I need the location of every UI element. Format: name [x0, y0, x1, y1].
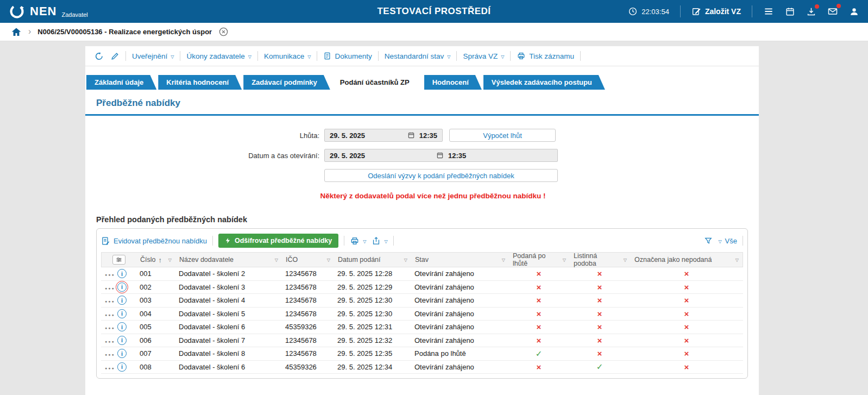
- filter-icon[interactable]: [704, 236, 713, 245]
- decrypt-bids-button[interactable]: Odšifrovat předběžné nabídky: [218, 234, 338, 248]
- table-row[interactable]: ●●● i 001 Dodavatel - školení 2 12345678…: [101, 267, 743, 281]
- row-menu-icon[interactable]: ●●●: [105, 326, 115, 330]
- nen-logo[interactable]: NEN Zadavatel: [9, 3, 88, 20]
- column-header-podana-po-lhute[interactable]: Podaná po lhůtě ▽: [509, 253, 570, 267]
- cell-oznacena-jako-nepodana: ×: [630, 349, 743, 358]
- breadcrumb-record[interactable]: N006/25/V00005136 - Realizace energetick…: [37, 28, 212, 36]
- edit-icon[interactable]: [110, 52, 119, 61]
- cell-cislo: 006: [136, 336, 175, 344]
- send-invitation-button[interactable]: Odeslání výzvy k podání předběžných nabí…: [324, 169, 558, 182]
- row-info-icon[interactable]: i: [117, 283, 127, 292]
- tab-hodnoceni[interactable]: Hodnocení: [424, 75, 482, 90]
- column-filter-icon[interactable]: ▽: [735, 258, 739, 262]
- opening-date-value[interactable]: 29. 5. 2025: [330, 152, 436, 160]
- create-vz-button[interactable]: Založit VZ: [691, 7, 741, 16]
- cell-cislo: 005: [136, 323, 175, 331]
- downloads-icon[interactable]: [806, 7, 816, 17]
- cell-ico: 12345678: [281, 283, 334, 291]
- toolbar-item-komunikace[interactable]: Komunikace ▽: [264, 52, 311, 60]
- close-record-icon[interactable]: [218, 27, 229, 37]
- column-filter-icon[interactable]: ▽: [563, 258, 566, 262]
- row-menu-icon[interactable]: ●●●: [105, 340, 115, 343]
- register-bid-button[interactable]: Evidovat předběžnou nabídku: [101, 236, 207, 246]
- cell-podana-po-lhute: ×: [508, 309, 569, 318]
- row-menu-icon[interactable]: ●●●: [105, 299, 115, 303]
- cell-listinna-podoba: ×: [569, 283, 630, 292]
- toolbar-item-sprava-vz[interactable]: Správa VZ ▽: [463, 52, 504, 60]
- toolbar-item-dokumenty[interactable]: Dokumenty: [323, 52, 372, 60]
- menu-icon[interactable]: [763, 6, 774, 17]
- print-grid-button[interactable]: ▽: [350, 236, 366, 246]
- tab-podani-ucastniku-zp[interactable]: Podání účastníků ZP: [332, 75, 423, 90]
- column-filter-icon[interactable]: ▽: [327, 258, 330, 262]
- row-info-icon[interactable]: i: [117, 362, 127, 372]
- cell-stav: Otevírání zahájeno: [411, 363, 508, 371]
- toolbar-separator: [510, 51, 511, 61]
- bids-grid: Evidovat předběžnou nabídku Odšifrovat p…: [96, 228, 748, 379]
- register-bid-label: Evidovat předběžnou nabídku: [114, 237, 207, 245]
- column-settings-icon[interactable]: [112, 255, 125, 265]
- column-header-stav[interactable]: Stav ▽: [411, 253, 509, 267]
- table-row[interactable]: ●●● i 004 Dodavatel - školení 5 12345678…: [101, 308, 743, 321]
- tab-zadavaci-podminky[interactable]: Zadávací podmínky: [243, 75, 330, 90]
- row-info-icon[interactable]: i: [117, 309, 127, 318]
- sort-ascending-icon[interactable]: ↑: [158, 256, 162, 264]
- export-grid-button[interactable]: ▽: [372, 236, 387, 246]
- column-header-ico[interactable]: IČO ▽: [282, 253, 334, 267]
- column-filter-icon[interactable]: ▽: [624, 258, 627, 262]
- row-menu-icon[interactable]: ●●●: [105, 366, 115, 370]
- table-header: Číslo ↑ ▽ Název dodavatele ▽ IČO ▽ Datum…: [101, 252, 743, 267]
- table-row[interactable]: ●●● i 003 Dodavatel - školení 4 12345678…: [101, 294, 743, 308]
- row-info-icon[interactable]: i: [117, 296, 127, 305]
- toolbar-item-ukony-zadavatele[interactable]: Úkony zadavatele ▽: [186, 52, 251, 60]
- toolbar-item-tisk-zaznamu[interactable]: Tisk záznamu: [517, 52, 574, 60]
- column-header-nazev-dodavatele[interactable]: Název dodavatele ▽: [175, 253, 282, 267]
- row-info-icon[interactable]: i: [117, 269, 127, 278]
- calendar-icon[interactable]: [407, 131, 415, 139]
- tab-vysledek-zadavaciho-postupu[interactable]: Výsledek zadávacího postupu: [483, 75, 605, 90]
- calendar-icon[interactable]: [436, 152, 444, 159]
- tab-kriteria-hodnoceni[interactable]: Kritéria hodnocení: [158, 75, 242, 90]
- cell-ico: 12345678: [281, 310, 334, 318]
- home-icon[interactable]: [11, 27, 22, 37]
- user-icon[interactable]: [849, 7, 859, 17]
- cell-cislo: 001: [136, 269, 175, 278]
- row-menu-icon[interactable]: ●●●: [105, 286, 115, 290]
- filter-scope-dropdown[interactable]: ▽ Vše: [718, 237, 737, 245]
- column-filter-icon[interactable]: ▽: [404, 258, 407, 262]
- row-menu-icon[interactable]: ●●●: [105, 273, 115, 277]
- column-header-oznacena-jako-nepodana[interactable]: Označena jako nepodaná ▽: [631, 253, 743, 267]
- row-menu-icon[interactable]: ●●●: [105, 313, 115, 317]
- create-vz-label: Založit VZ: [705, 7, 741, 16]
- toolbar-separator: [378, 51, 379, 61]
- deadline-date-value[interactable]: 29. 5. 2025: [330, 131, 407, 140]
- opening-datetime-field[interactable]: 29. 5. 2025 12:35: [324, 149, 558, 162]
- table-row[interactable]: ●●● i 007 Dodavatel - školení 8 12345678…: [101, 347, 743, 361]
- column-header-datum-podani[interactable]: Datum podání ▽: [334, 253, 411, 267]
- column-filter-icon[interactable]: ▽: [168, 258, 172, 262]
- column-header-cislo[interactable]: Číslo ↑ ▽: [136, 253, 175, 267]
- table-row[interactable]: ●●● i 006 Dodavatel - školení 7 12345678…: [101, 334, 743, 348]
- column-filter-icon[interactable]: ▽: [502, 258, 505, 262]
- deadline-datetime-field[interactable]: 29. 5. 2025 12:35: [324, 129, 443, 142]
- row-info-icon[interactable]: i: [117, 349, 127, 358]
- opening-time-value[interactable]: 12:35: [444, 152, 552, 160]
- history-icon[interactable]: [94, 51, 104, 61]
- toolbar-item-nestandardni-stav[interactable]: Nestandardní stav ▽: [385, 52, 451, 60]
- compute-deadlines-button[interactable]: Výpočet lhůt: [449, 129, 556, 142]
- column-settings-cell[interactable]: [102, 253, 136, 267]
- table-row[interactable]: ●●● i 008 Dodavatel - školení 6 45359326…: [101, 361, 743, 374]
- row-info-icon[interactable]: i: [117, 322, 127, 331]
- messages-icon[interactable]: [827, 6, 838, 17]
- toolbar-item-uverejneni[interactable]: Uveřejnění ▽: [132, 52, 174, 60]
- calendar-icon[interactable]: [785, 7, 795, 17]
- deadline-time-value[interactable]: 12:35: [415, 131, 437, 140]
- tab-zakladni-udaje[interactable]: Základní údaje: [86, 75, 156, 90]
- column-filter-icon[interactable]: ▽: [275, 258, 278, 262]
- row-info-icon[interactable]: i: [117, 336, 127, 345]
- table-row[interactable]: ●●● i 005 Dodavatel - školení 6 45359326…: [101, 321, 743, 334]
- row-menu-icon[interactable]: ●●●: [105, 353, 115, 356]
- table-row[interactable]: ●●● i 002 Dodavatel - školení 3 12345678…: [101, 281, 743, 294]
- cell-listinna-podoba: ×: [569, 309, 630, 318]
- column-header-listinna-podoba[interactable]: Listinná podoba ▽: [570, 253, 631, 267]
